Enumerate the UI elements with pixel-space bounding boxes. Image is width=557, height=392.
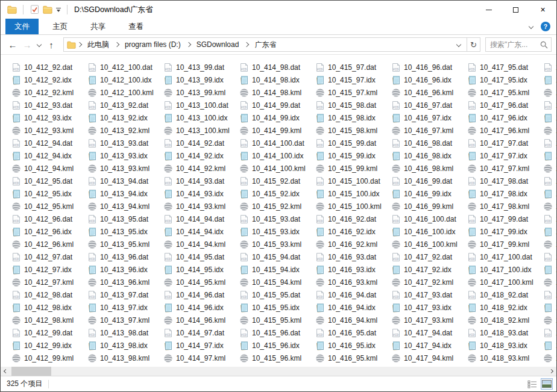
file-item[interactable]: 10_415_94.idx — [239, 263, 315, 276]
file-item[interactable]: VCD10_414_92.dat — [163, 137, 239, 149]
breadcrumb-drive-d[interactable]: program files (D:) — [121, 40, 185, 49]
file-item[interactable]: VCD10_417_96.dat — [467, 99, 543, 111]
file-item[interactable]: VCD10_415_93.dat — [239, 213, 315, 225]
file-item[interactable]: 10_416_92.idx — [315, 225, 391, 238]
file-item[interactable]: VCD10_413_95.dat — [87, 213, 163, 225]
file-item[interactable]: 10_416_95.idx — [315, 339, 391, 352]
file-item[interactable]: 10_412_94.kml — [11, 162, 87, 175]
file-item[interactable]: 10_413_92.kml — [87, 124, 163, 137]
file-item[interactable]: VCD10_414_98.dat — [239, 61, 315, 73]
file-item[interactable]: 10_418_99.kml — [543, 276, 556, 288]
file-item[interactable]: 10_417_93.idx — [391, 301, 467, 314]
file-item[interactable]: 10_412_100.kml — [87, 86, 163, 99]
file-item[interactable]: 10_416_100.idx — [391, 225, 467, 238]
file-item[interactable]: 10_414_99.idx — [239, 111, 315, 124]
file-item[interactable]: 10_415_96.idx — [239, 339, 315, 352]
file-item[interactable]: 10_414_92.kml — [163, 162, 239, 175]
file-item[interactable]: VCD10_419_92.dat — [543, 326, 556, 339]
scroll-left-icon[interactable] — [1, 367, 11, 376]
file-item[interactable]: VCD10_413_93.dat — [87, 137, 163, 149]
file-item[interactable]: VCD10_413_94.dat — [87, 175, 163, 187]
tab-share[interactable]: 共享 — [81, 19, 115, 34]
file-item[interactable]: 10_414_95.kml — [163, 276, 239, 288]
file-item[interactable]: VCD10_415_100.dat — [315, 175, 391, 187]
file-item[interactable]: 10_417_98.kml — [467, 200, 543, 213]
file-item[interactable]: 10_416_100.kml — [391, 238, 467, 250]
tab-view[interactable]: 查看 — [119, 19, 153, 34]
file-item[interactable]: VCD10_412_95.dat — [11, 175, 87, 187]
file-item[interactable]: VCD10_413_100.dat — [163, 99, 239, 111]
file-item[interactable]: 10_414_94.idx — [163, 225, 239, 238]
file-item[interactable]: VCD10_416_92.dat — [315, 213, 391, 225]
file-item[interactable]: 10_414_99.kml — [239, 124, 315, 137]
file-item[interactable]: VCD10_417_92.dat — [391, 250, 467, 263]
file-item[interactable]: VCD10_413_99.dat — [163, 61, 239, 73]
file-item[interactable]: 10_416_94.kml — [315, 314, 391, 326]
file-item[interactable]: 10_412_92.idx — [11, 73, 87, 86]
breadcrumb-chevron-icon[interactable] — [113, 43, 121, 46]
file-item[interactable]: 10_412_94.idx — [11, 149, 87, 162]
address-dropdown-icon[interactable] — [453, 38, 464, 51]
file-item[interactable]: 10_417_99.kml — [467, 238, 543, 250]
file-item[interactable]: 10_416_99.idx — [391, 187, 467, 200]
quick-access-dropdown-icon[interactable] — [54, 2, 63, 17]
file-item[interactable]: 10_413_93.idx — [87, 149, 163, 162]
file-item[interactable]: 10_412_96.idx — [11, 225, 87, 238]
file-item[interactable]: VCD10_417_97.dat — [467, 137, 543, 149]
file-item[interactable]: VCD10_416_98.dat — [391, 137, 467, 149]
file-item[interactable]: VCD10_416_100.dat — [391, 213, 467, 225]
file-item[interactable]: 10_415_100.idx — [315, 187, 391, 200]
file-item[interactable]: 10_412_99.idx — [11, 339, 87, 352]
file-item[interactable]: VCD10_418_96.dat — [543, 137, 556, 149]
file-item[interactable]: 10_413_93.kml — [87, 162, 163, 175]
file-item[interactable]: 10_414_97.idx — [163, 339, 239, 352]
file-item[interactable]: 10_415_93.kml — [239, 238, 315, 250]
file-item[interactable]: 10_414_93.idx — [163, 187, 239, 200]
horizontal-scrollbar[interactable] — [1, 367, 556, 376]
large-icons-view-button[interactable] — [541, 378, 553, 390]
file-item[interactable]: 10_417_99.idx — [467, 225, 543, 238]
file-item[interactable]: 10_416_97.kml — [391, 124, 467, 137]
file-item[interactable]: 10_412_97.kml — [11, 276, 87, 288]
file-item[interactable]: 10_415_95.idx — [239, 301, 315, 314]
refresh-button[interactable]: ↻ — [467, 37, 480, 52]
file-item[interactable]: 10_418_94.kml — [543, 86, 556, 99]
file-item[interactable]: VCD10_414_93.dat — [163, 175, 239, 187]
file-item[interactable]: 10_414_98.kml — [239, 86, 315, 99]
file-item[interactable]: 10_412_97.idx — [11, 263, 87, 276]
minimize-button[interactable] — [475, 1, 502, 19]
up-button[interactable]: ↑ — [44, 37, 58, 52]
file-item[interactable]: 10_417_100.idx — [467, 263, 543, 276]
file-item[interactable]: 10_412_92.kml — [11, 86, 87, 99]
file-item[interactable]: 10_413_96.idx — [87, 263, 163, 276]
forward-button[interactable]: → — [20, 37, 34, 52]
file-item[interactable]: 10_414_100.idx — [239, 149, 315, 162]
file-item[interactable]: 10_415_98.idx — [315, 111, 391, 124]
breadcrumb-this-pc[interactable]: 此电脑 — [83, 40, 113, 50]
file-item[interactable]: 10_418_100.idx — [543, 301, 556, 314]
file-item[interactable]: 10_412_95.idx — [11, 187, 87, 200]
file-item[interactable]: VCD10_413_97.dat — [87, 288, 163, 301]
file-item[interactable]: VCD10_412_99.dat — [11, 326, 87, 339]
file-item[interactable]: VCD10_415_96.dat — [239, 326, 315, 339]
breadcrumb-chevron-icon[interactable] — [76, 43, 83, 46]
quick-access-check-icon[interactable] — [28, 2, 41, 17]
details-view-button[interactable] — [526, 378, 538, 390]
file-item[interactable]: 10_418_93.kml — [467, 352, 543, 364]
file-item[interactable]: VCD10_412_92.dat — [11, 61, 87, 73]
file-item[interactable]: VCD10_415_98.dat — [315, 99, 391, 111]
file-item[interactable]: VCD10_412_100.dat — [87, 61, 163, 73]
file-item[interactable]: 10_412_96.kml — [11, 238, 87, 250]
file-item[interactable]: 10_416_99.kml — [391, 200, 467, 213]
file-item[interactable]: 10_415_97.kml — [315, 86, 391, 99]
file-item[interactable]: 10_413_97.kml — [87, 314, 163, 326]
file-item[interactable]: VCD10_414_100.dat — [239, 137, 315, 149]
file-item[interactable]: 10_414_100.kml — [239, 162, 315, 175]
file-item[interactable]: 10_413_95.kml — [87, 238, 163, 250]
file-item[interactable]: 10_418_98.kml — [543, 238, 556, 250]
file-item[interactable]: 10_418_98.idx — [543, 225, 556, 238]
file-item[interactable]: 10_414_97.kml — [163, 352, 239, 364]
file-item[interactable]: 10_416_98.kml — [391, 162, 467, 175]
file-item[interactable]: VCD10_418_99.dat — [543, 250, 556, 263]
file-item[interactable]: 10_418_100.kml — [543, 314, 556, 326]
